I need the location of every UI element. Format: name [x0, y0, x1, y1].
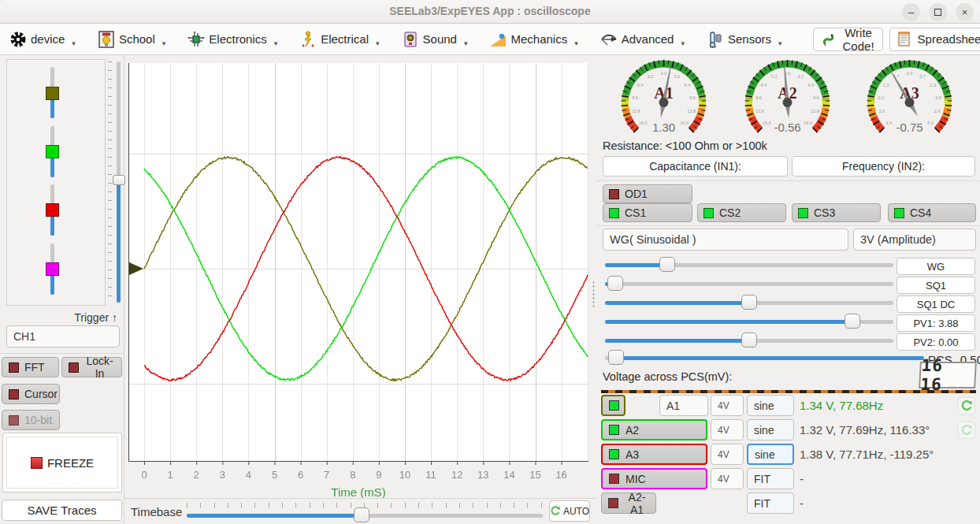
write-code-button[interactable]: Write Code!	[813, 28, 883, 51]
pv2-slider[interactable]	[605, 333, 893, 348]
cs4-checkbox[interactable]	[894, 208, 904, 218]
channel-mic-checkbox[interactable]	[609, 474, 619, 484]
channel-a1-enable[interactable]	[601, 395, 625, 416]
waveform-type-select[interactable]: WG( Sinusoidal )	[603, 229, 848, 251]
maximize-button[interactable]	[929, 3, 947, 21]
channel-a2a1-fit-select[interactable]: FIT	[747, 492, 794, 514]
menu-school[interactable]: School ▾	[97, 30, 165, 49]
close-button[interactable]: ×	[956, 3, 974, 21]
wg-frequency-slider[interactable]	[605, 257, 893, 273]
gauge-a2: 0.03.23.26.46.49.69.612.812.816.016.0A2-…	[734, 55, 841, 136]
svg-text:12.8: 12.8	[811, 109, 819, 113]
menu-sound[interactable]: Sound ▾	[401, 30, 468, 49]
channel-mic-reading: -	[800, 472, 804, 485]
cursor-toggle[interactable]: Cursor	[2, 384, 60, 404]
timebase-slider[interactable]	[187, 507, 543, 523]
capacitance-button[interactable]: Capacitance (IN1):	[603, 156, 788, 177]
pv2-slider-label[interactable]: PV2: 0.00	[896, 333, 975, 351]
freeze-indicator-icon	[31, 457, 43, 469]
svg-text:3.3: 3.3	[886, 121, 893, 125]
od1-toggle[interactable]: OD1	[603, 184, 692, 203]
cs1-checkbox[interactable]	[609, 208, 619, 218]
cs4-toggle[interactable]: CS4	[888, 203, 976, 222]
freeze-label: FREEZE	[47, 456, 94, 470]
channel-a1-reading: 1.34 V, 77.68Hz	[800, 399, 883, 412]
svg-text:6.4: 6.4	[637, 83, 644, 87]
svg-text:9.6: 9.6	[632, 95, 638, 100]
wg-slider-label[interactable]: WG	[896, 258, 975, 275]
channel-a2a1-checkbox[interactable]	[608, 498, 618, 508]
channel-a2-checkbox[interactable]	[609, 425, 619, 435]
cursor-checkbox[interactable]	[9, 389, 19, 400]
auto-range-button[interactable]: AUTO	[549, 500, 590, 522]
timebase-bar: Timebase AUTO	[124, 498, 597, 524]
fft-checkbox[interactable]	[9, 362, 19, 373]
cs2-checkbox[interactable]	[703, 208, 714, 218]
cs3-checkbox[interactable]	[798, 208, 808, 218]
svg-text:6.4: 6.4	[685, 83, 691, 87]
sq1-slider-label[interactable]: SQ1	[896, 277, 975, 294]
menu-advanced[interactable]: Advanced ▾	[600, 30, 685, 49]
menu-device[interactable]: device ▾	[9, 30, 76, 49]
channel-a3-fit-select[interactable]: sine	[747, 444, 794, 465]
menu-electrical[interactable]: Electrical ▾	[299, 30, 379, 49]
sq1-dc-slider-label[interactable]: SQ1 DC	[896, 295, 975, 313]
amplitude-select[interactable]: 3V (Amplitude)	[853, 229, 976, 251]
channel-a1-fit-select[interactable]: sine	[747, 395, 794, 416]
freeze-button[interactable]: FREEZE	[2, 433, 122, 492]
save-traces-button[interactable]: SAVE Traces	[2, 500, 122, 521]
trace-offset-slider-a3[interactable]	[46, 184, 60, 236]
channel-a3-enable[interactable]: A3	[601, 444, 707, 465]
trace-offset-slider-mic[interactable]	[46, 243, 60, 295]
trace-offset-slider-a1[interactable]	[46, 67, 60, 118]
svg-text:2.0: 2.0	[878, 95, 884, 100]
gauge-a3: 0.00.70.71.31.32.02.02.62.63.33.3A3-0.75	[856, 55, 963, 136]
pv1-slider[interactable]	[605, 314, 893, 329]
trigger-source-select[interactable]: CH1	[6, 325, 120, 347]
cs1-toggle[interactable]: CS1	[603, 203, 692, 222]
trigger-level-slider[interactable]	[113, 61, 125, 303]
menu-sound-label: Sound	[423, 32, 457, 46]
channel-a2a1-enable[interactable]: A2-A1	[601, 492, 656, 514]
menu-electronics[interactable]: Electronics ▾	[187, 30, 277, 49]
frequency-button[interactable]: Frequency (IN2):	[792, 156, 975, 177]
spreadsheet-button[interactable]: Spreadsheet	[889, 28, 980, 51]
pv1-slider-label[interactable]: PV1: 3.88	[896, 314, 975, 332]
channel-mic-enable[interactable]: MIC	[601, 468, 707, 489]
channel-a2-enable[interactable]: A2	[601, 419, 707, 440]
minimize-button[interactable]: –	[902, 3, 920, 21]
channel-a2a1-reading: -	[800, 496, 804, 510]
channel-a1-range-select[interactable]: 4V	[711, 395, 744, 416]
channel-mic-range-select[interactable]: 4V	[711, 468, 744, 489]
lockin-checkbox[interactable]	[69, 362, 79, 373]
channel-a1-checkbox[interactable]	[609, 400, 619, 411]
cs2-toggle[interactable]: CS2	[697, 203, 786, 222]
svg-text:12.8: 12.8	[755, 109, 764, 113]
menu-sensors[interactable]: Sensors ▾	[706, 30, 782, 49]
title-bar[interactable]: SEELab3/ExpEYES App : oscilloscope – ×	[0, 0, 980, 24]
svg-text:-0.75: -0.75	[896, 121, 922, 134]
menu-device-label: device	[31, 32, 65, 46]
fft-toggle[interactable]: FFT	[2, 357, 59, 377]
channel-a2-reading: 1.32 V, 77.69Hz, 116.33°	[800, 423, 930, 437]
channel-a2-range-select[interactable]: 4V	[711, 419, 744, 440]
svg-text:12.8: 12.8	[687, 109, 696, 113]
gear-icon	[9, 30, 28, 49]
channel-a3-range-select[interactable]: 4V	[711, 444, 744, 465]
channel-a3-checkbox[interactable]	[609, 449, 619, 459]
trace-offset-slider-a2[interactable]	[46, 126, 60, 177]
sq1-dc-slider[interactable]	[605, 295, 893, 310]
speaker-icon	[401, 30, 420, 49]
sq1-slider[interactable]	[605, 276, 893, 292]
menu-mechanics[interactable]: Mechanics ▾	[488, 30, 577, 49]
pcs-slider[interactable]	[605, 350, 924, 366]
od1-checkbox[interactable]	[609, 189, 619, 199]
cs3-toggle[interactable]: CS3	[792, 203, 881, 222]
lockin-toggle[interactable]: Lock-In	[61, 357, 122, 377]
channel-a2-fit-select[interactable]: sine	[747, 419, 794, 440]
channel-a1-source-select[interactable]: A1	[659, 395, 708, 416]
channel-a2-refresh-button[interactable]	[958, 422, 975, 439]
channel-a1-refresh-button[interactable]	[958, 397, 975, 414]
panel-splitter-grip[interactable]	[592, 281, 596, 307]
channel-mic-fit-select[interactable]: FIT	[747, 468, 794, 489]
